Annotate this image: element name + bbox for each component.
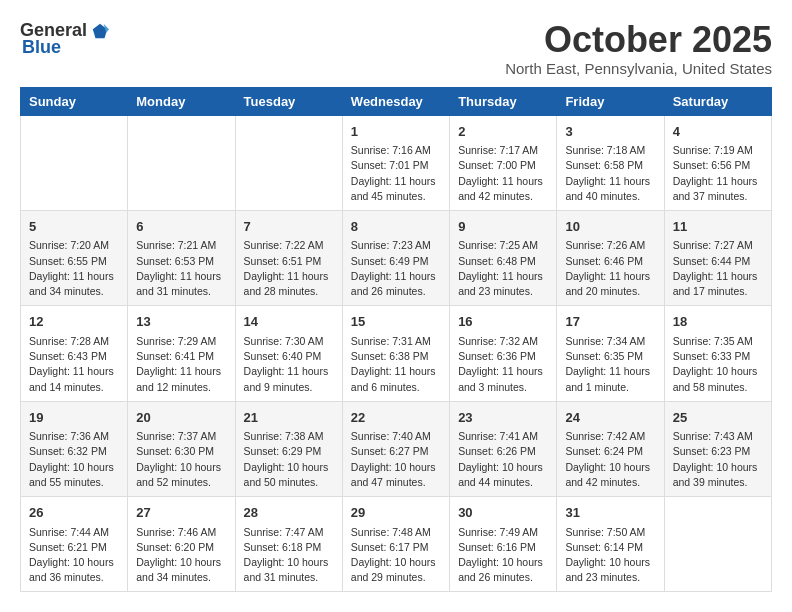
logo: General Blue xyxy=(20,20,109,58)
day-number: 21 xyxy=(244,408,334,428)
day-info: Sunrise: 7:36 AMSunset: 6:32 PMDaylight:… xyxy=(29,429,119,490)
day-info: Sunrise: 7:49 AMSunset: 6:16 PMDaylight:… xyxy=(458,525,548,586)
calendar-cell: 23Sunrise: 7:41 AMSunset: 6:26 PMDayligh… xyxy=(450,401,557,496)
day-number: 15 xyxy=(351,312,441,332)
day-info: Sunrise: 7:34 AMSunset: 6:35 PMDaylight:… xyxy=(565,334,655,395)
day-info: Sunrise: 7:35 AMSunset: 6:33 PMDaylight:… xyxy=(673,334,763,395)
day-info: Sunrise: 7:41 AMSunset: 6:26 PMDaylight:… xyxy=(458,429,548,490)
calendar-cell xyxy=(664,497,771,592)
day-number: 8 xyxy=(351,217,441,237)
logo-icon xyxy=(91,22,109,40)
day-number: 28 xyxy=(244,503,334,523)
calendar-cell: 7Sunrise: 7:22 AMSunset: 6:51 PMDaylight… xyxy=(235,210,342,305)
day-header-wednesday: Wednesday xyxy=(342,87,449,115)
calendar-cell: 1Sunrise: 7:16 AMSunset: 7:01 PMDaylight… xyxy=(342,115,449,210)
day-number: 31 xyxy=(565,503,655,523)
week-row: 26Sunrise: 7:44 AMSunset: 6:21 PMDayligh… xyxy=(21,497,772,592)
day-info: Sunrise: 7:48 AMSunset: 6:17 PMDaylight:… xyxy=(351,525,441,586)
day-number: 13 xyxy=(136,312,226,332)
day-info: Sunrise: 7:19 AMSunset: 6:56 PMDaylight:… xyxy=(673,143,763,204)
day-number: 2 xyxy=(458,122,548,142)
day-number: 30 xyxy=(458,503,548,523)
day-number: 6 xyxy=(136,217,226,237)
day-number: 25 xyxy=(673,408,763,428)
day-info: Sunrise: 7:37 AMSunset: 6:30 PMDaylight:… xyxy=(136,429,226,490)
calendar-cell: 30Sunrise: 7:49 AMSunset: 6:16 PMDayligh… xyxy=(450,497,557,592)
day-number: 23 xyxy=(458,408,548,428)
day-info: Sunrise: 7:31 AMSunset: 6:38 PMDaylight:… xyxy=(351,334,441,395)
day-header-tuesday: Tuesday xyxy=(235,87,342,115)
day-number: 24 xyxy=(565,408,655,428)
day-number: 10 xyxy=(565,217,655,237)
day-number: 1 xyxy=(351,122,441,142)
day-header-friday: Friday xyxy=(557,87,664,115)
calendar-cell: 13Sunrise: 7:29 AMSunset: 6:41 PMDayligh… xyxy=(128,306,235,401)
logo-blue: Blue xyxy=(22,37,61,58)
calendar-cell: 4Sunrise: 7:19 AMSunset: 6:56 PMDaylight… xyxy=(664,115,771,210)
calendar-cell xyxy=(235,115,342,210)
calendar-cell: 18Sunrise: 7:35 AMSunset: 6:33 PMDayligh… xyxy=(664,306,771,401)
calendar-cell: 21Sunrise: 7:38 AMSunset: 6:29 PMDayligh… xyxy=(235,401,342,496)
calendar-cell: 19Sunrise: 7:36 AMSunset: 6:32 PMDayligh… xyxy=(21,401,128,496)
day-info: Sunrise: 7:18 AMSunset: 6:58 PMDaylight:… xyxy=(565,143,655,204)
day-info: Sunrise: 7:40 AMSunset: 6:27 PMDaylight:… xyxy=(351,429,441,490)
day-info: Sunrise: 7:28 AMSunset: 6:43 PMDaylight:… xyxy=(29,334,119,395)
day-info: Sunrise: 7:26 AMSunset: 6:46 PMDaylight:… xyxy=(565,238,655,299)
calendar-cell: 11Sunrise: 7:27 AMSunset: 6:44 PMDayligh… xyxy=(664,210,771,305)
day-number: 20 xyxy=(136,408,226,428)
calendar-cell: 26Sunrise: 7:44 AMSunset: 6:21 PMDayligh… xyxy=(21,497,128,592)
day-info: Sunrise: 7:29 AMSunset: 6:41 PMDaylight:… xyxy=(136,334,226,395)
day-info: Sunrise: 7:25 AMSunset: 6:48 PMDaylight:… xyxy=(458,238,548,299)
day-info: Sunrise: 7:43 AMSunset: 6:23 PMDaylight:… xyxy=(673,429,763,490)
day-info: Sunrise: 7:22 AMSunset: 6:51 PMDaylight:… xyxy=(244,238,334,299)
calendar-cell: 15Sunrise: 7:31 AMSunset: 6:38 PMDayligh… xyxy=(342,306,449,401)
calendar-cell: 27Sunrise: 7:46 AMSunset: 6:20 PMDayligh… xyxy=(128,497,235,592)
day-number: 29 xyxy=(351,503,441,523)
calendar-cell: 28Sunrise: 7:47 AMSunset: 6:18 PMDayligh… xyxy=(235,497,342,592)
calendar-cell xyxy=(21,115,128,210)
week-row: 19Sunrise: 7:36 AMSunset: 6:32 PMDayligh… xyxy=(21,401,772,496)
day-info: Sunrise: 7:50 AMSunset: 6:14 PMDaylight:… xyxy=(565,525,655,586)
day-header-thursday: Thursday xyxy=(450,87,557,115)
day-info: Sunrise: 7:44 AMSunset: 6:21 PMDaylight:… xyxy=(29,525,119,586)
day-number: 11 xyxy=(673,217,763,237)
calendar-cell: 16Sunrise: 7:32 AMSunset: 6:36 PMDayligh… xyxy=(450,306,557,401)
day-number: 16 xyxy=(458,312,548,332)
calendar-cell: 31Sunrise: 7:50 AMSunset: 6:14 PMDayligh… xyxy=(557,497,664,592)
calendar-cell: 25Sunrise: 7:43 AMSunset: 6:23 PMDayligh… xyxy=(664,401,771,496)
calendar-cell xyxy=(128,115,235,210)
calendar-cell: 17Sunrise: 7:34 AMSunset: 6:35 PMDayligh… xyxy=(557,306,664,401)
month-title: October 2025 xyxy=(505,20,772,60)
calendar-cell: 20Sunrise: 7:37 AMSunset: 6:30 PMDayligh… xyxy=(128,401,235,496)
day-info: Sunrise: 7:42 AMSunset: 6:24 PMDaylight:… xyxy=(565,429,655,490)
day-info: Sunrise: 7:47 AMSunset: 6:18 PMDaylight:… xyxy=(244,525,334,586)
day-number: 4 xyxy=(673,122,763,142)
day-header-sunday: Sunday xyxy=(21,87,128,115)
day-info: Sunrise: 7:20 AMSunset: 6:55 PMDaylight:… xyxy=(29,238,119,299)
day-number: 3 xyxy=(565,122,655,142)
calendar-cell: 8Sunrise: 7:23 AMSunset: 6:49 PMDaylight… xyxy=(342,210,449,305)
day-number: 7 xyxy=(244,217,334,237)
week-row: 5Sunrise: 7:20 AMSunset: 6:55 PMDaylight… xyxy=(21,210,772,305)
week-row: 1Sunrise: 7:16 AMSunset: 7:01 PMDaylight… xyxy=(21,115,772,210)
day-info: Sunrise: 7:32 AMSunset: 6:36 PMDaylight:… xyxy=(458,334,548,395)
day-info: Sunrise: 7:17 AMSunset: 7:00 PMDaylight:… xyxy=(458,143,548,204)
calendar-cell: 29Sunrise: 7:48 AMSunset: 6:17 PMDayligh… xyxy=(342,497,449,592)
day-number: 17 xyxy=(565,312,655,332)
calendar-cell: 5Sunrise: 7:20 AMSunset: 6:55 PMDaylight… xyxy=(21,210,128,305)
day-info: Sunrise: 7:46 AMSunset: 6:20 PMDaylight:… xyxy=(136,525,226,586)
week-row: 12Sunrise: 7:28 AMSunset: 6:43 PMDayligh… xyxy=(21,306,772,401)
day-number: 14 xyxy=(244,312,334,332)
calendar-cell: 10Sunrise: 7:26 AMSunset: 6:46 PMDayligh… xyxy=(557,210,664,305)
day-number: 12 xyxy=(29,312,119,332)
calendar-cell: 24Sunrise: 7:42 AMSunset: 6:24 PMDayligh… xyxy=(557,401,664,496)
calendar-cell: 14Sunrise: 7:30 AMSunset: 6:40 PMDayligh… xyxy=(235,306,342,401)
calendar-cell: 3Sunrise: 7:18 AMSunset: 6:58 PMDaylight… xyxy=(557,115,664,210)
day-info: Sunrise: 7:23 AMSunset: 6:49 PMDaylight:… xyxy=(351,238,441,299)
calendar-cell: 9Sunrise: 7:25 AMSunset: 6:48 PMDaylight… xyxy=(450,210,557,305)
day-header-saturday: Saturday xyxy=(664,87,771,115)
day-number: 9 xyxy=(458,217,548,237)
header-row: SundayMondayTuesdayWednesdayThursdayFrid… xyxy=(21,87,772,115)
calendar-cell: 2Sunrise: 7:17 AMSunset: 7:00 PMDaylight… xyxy=(450,115,557,210)
day-info: Sunrise: 7:38 AMSunset: 6:29 PMDaylight:… xyxy=(244,429,334,490)
